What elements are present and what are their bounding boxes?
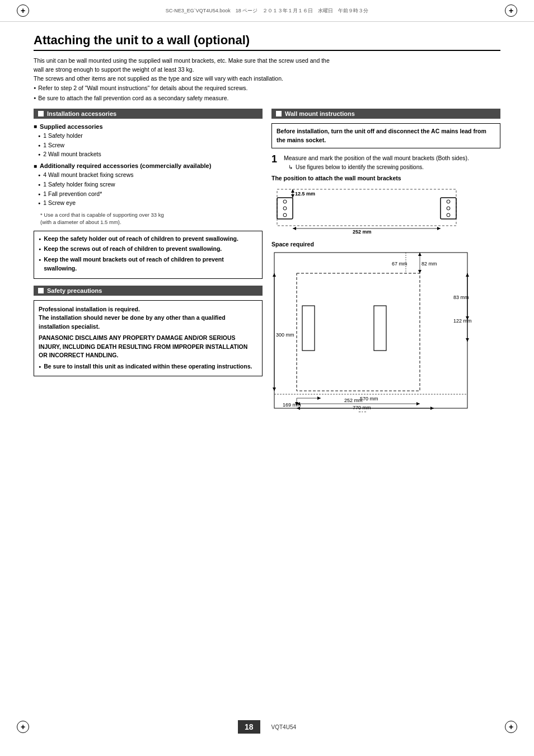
- svg-text:169 mm: 169 mm: [283, 402, 301, 408]
- intro-bullet2: Be sure to attach the fall prevention co…: [34, 94, 500, 103]
- bracket-position-title: The position to attach the wall mount br…: [271, 175, 500, 181]
- right-column: Wall mount instructions Before installat…: [271, 109, 500, 413]
- svg-text:770 mm: 770 mm: [353, 405, 371, 410]
- svg-marker-36: [466, 338, 469, 342]
- safety-precautions-header: Safety precautions: [34, 286, 263, 296]
- svg-marker-14: [293, 227, 296, 230]
- installation-accessories-header: Installation accessories: [34, 109, 263, 119]
- svg-marker-28: [273, 273, 276, 277]
- space-required-title: Space required: [271, 241, 500, 248]
- safety-precautions-label: Safety precautions: [47, 287, 102, 294]
- svg-point-2: [283, 207, 287, 210]
- page-title: Attaching the unit to a wall (optional): [34, 33, 500, 51]
- svg-marker-45: [416, 402, 420, 405]
- additionally-required-label: Additionally required accessories (comme…: [40, 162, 211, 169]
- space-svg: 82 mm 67 mm 300 mm 83 mm: [271, 250, 473, 412]
- supplied-item-0: 1 Safety holder: [38, 132, 263, 141]
- warning-box: Keep the safety holder out of reach of c…: [34, 231, 263, 279]
- additionally-required-title: Additionally required accessories (comme…: [34, 162, 263, 169]
- installation-accessories-label: Installation accessories: [47, 110, 116, 117]
- additional-item-3: 1 Screw eye: [38, 199, 263, 208]
- space-diagram: 82 mm 67 mm 300 mm 83 mm: [271, 250, 500, 413]
- additional-item-2: 1 Fall prevention cord*: [38, 190, 263, 199]
- section-icon: [38, 111, 44, 116]
- additionally-required-list: 4 Wall mount bracket fixing screws 1 Saf…: [38, 171, 263, 208]
- additional-item-0: 4 Wall mount bracket fixing screws: [38, 171, 263, 180]
- svg-marker-15: [437, 227, 441, 230]
- supplied-item-2: 2 Wall mount brackets: [38, 150, 263, 159]
- safety-line-2: PANASONIC DISCLAIMS ANY PROPERTY DAMAGE …: [39, 334, 257, 360]
- main-content: Attaching the unit to a wall (optional) …: [0, 22, 534, 424]
- wall-mount-icon: [276, 111, 282, 116]
- svg-point-7: [447, 213, 450, 217]
- supplied-accessories-title: Supplied accessories: [34, 123, 263, 130]
- warn-item-2: Keep the wall mount brackets out of reac…: [39, 255, 257, 273]
- svg-marker-41: [317, 396, 321, 400]
- intro-line3: The screws and other items are not suppl…: [34, 74, 500, 83]
- safety-text-block: Professional installation is required. T…: [39, 305, 257, 361]
- svg-point-5: [447, 200, 450, 203]
- safety-line-1: The installation should never be done by…: [39, 314, 257, 332]
- svg-point-1: [283, 200, 287, 203]
- header-bar: SC-NE3_EG`VQT4U54.book 18 ページ ２０１３年１月１６日…: [0, 0, 534, 22]
- reg-mark-bl: [17, 721, 29, 733]
- wall-mount-label: Wall mount instructions: [285, 110, 355, 117]
- intro-line1: This unit can be wall mounted using the …: [34, 57, 500, 66]
- svg-text:82 mm: 82 mm: [421, 261, 437, 267]
- reg-mark-tl: [17, 4, 29, 17]
- svg-text:83 mm: 83 mm: [453, 295, 469, 300]
- footer-code: VQT4U54: [271, 724, 296, 730]
- svg-rect-17: [274, 253, 467, 408]
- page-footer: 18 VQT4U54: [0, 720, 534, 734]
- warn-item-1: Keep the screws out of reach of children…: [39, 245, 257, 254]
- svg-marker-23: [418, 270, 421, 273]
- svg-text:12.5 mm: 12.5 mm: [295, 191, 315, 197]
- two-column-layout: Installation accessories Supplied access…: [34, 109, 500, 413]
- svg-text:252 mm: 252 mm: [353, 229, 372, 234]
- svg-rect-20: [374, 306, 386, 351]
- footnote-text: Use a cord that is capable of supporting…: [44, 212, 163, 218]
- header-file-info: SC-NE3_EG`VQT4U54.book 18 ページ ２０１３年１月１６日…: [166, 7, 369, 15]
- svg-rect-0: [277, 198, 293, 219]
- svg-marker-49: [430, 407, 434, 410]
- svg-marker-10: [291, 189, 294, 193]
- footnote-text2: (with a diameter of about 1.5 mm).: [40, 218, 263, 226]
- svg-marker-22: [418, 253, 421, 256]
- intro-text: This unit can be wall mounted using the …: [34, 57, 500, 103]
- svg-point-6: [447, 207, 450, 210]
- intro-bullet1: Refer to step 2 of "Wall mount instructi…: [34, 84, 500, 93]
- svg-text:570 mm: 570 mm: [360, 396, 378, 402]
- svg-point-3: [283, 213, 287, 217]
- safety-icon: [38, 288, 44, 293]
- svg-text:67 mm: 67 mm: [392, 261, 407, 267]
- reg-mark-tr: [505, 4, 517, 17]
- step1-text: Measure and mark the position of the wal…: [284, 154, 469, 163]
- additional-item-1: 1 Safety holder fixing screw: [38, 180, 263, 189]
- svg-marker-29: [273, 388, 276, 391]
- supplied-item-1: 1 Screw: [38, 141, 263, 150]
- bracket-diagram: 12.5 mm 252 mm: [271, 184, 500, 235]
- svg-rect-19: [302, 306, 315, 351]
- install-warning: Before installation, turn the unit off a…: [271, 123, 500, 149]
- bracket-svg: 12.5 mm 252 mm: [271, 184, 462, 234]
- supplied-accessories-list: 1 Safety holder 1 Screw 2 Wall mount bra…: [38, 132, 263, 159]
- svg-rect-4: [441, 198, 456, 219]
- page: SC-NE3_EG`VQT4U54.book 18 ページ ２０１３年１月１６日…: [0, 0, 534, 756]
- svg-marker-11: [291, 194, 294, 198]
- intro-line2: wall are strong enough to support the we…: [34, 66, 500, 74]
- svg-text:122 mm: 122 mm: [453, 318, 472, 324]
- footnote: * Use a cord that is capable of supporti…: [40, 211, 263, 226]
- safety-bullet-text: Be sure to install this unit as indicate…: [44, 362, 252, 371]
- step1-block: 1 Measure and mark the position of the w…: [271, 154, 500, 170]
- step1-number: 1: [271, 154, 277, 170]
- warn-item-0: Keep the safety holder out of reach of c…: [39, 235, 257, 244]
- step1-content: Measure and mark the position of the wal…: [284, 154, 469, 170]
- left-column: Installation accessories Supplied access…: [34, 109, 263, 413]
- svg-text:300 mm: 300 mm: [276, 332, 294, 338]
- safety-box: Professional installation is required. T…: [34, 300, 263, 376]
- page-number: 18: [238, 720, 260, 734]
- safety-line-0: Professional installation is required.: [39, 305, 257, 314]
- reg-mark-br: [505, 721, 517, 733]
- svg-text:319 mm: 319 mm: [358, 410, 377, 412]
- wall-mount-header: Wall mount instructions: [271, 109, 500, 119]
